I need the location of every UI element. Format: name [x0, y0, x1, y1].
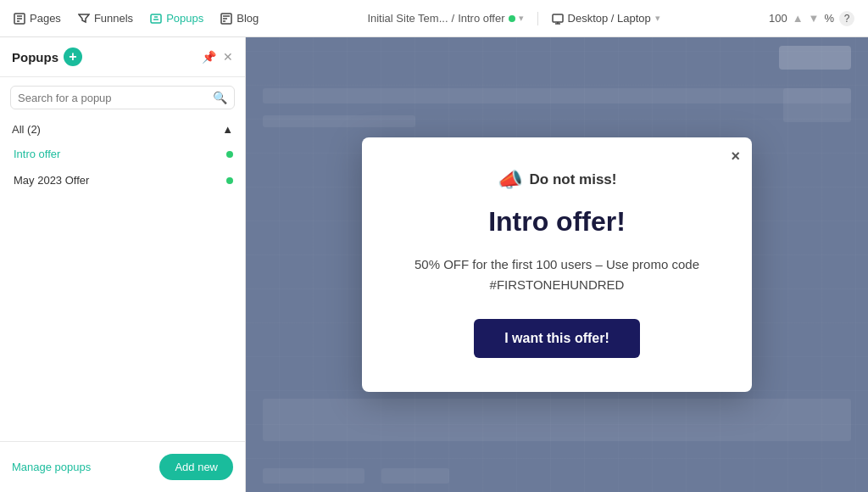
- nav-pages[interactable]: Pages: [14, 12, 61, 25]
- popup-overlay: × 📣 Do not miss! Intro offer! 50% OFF fo…: [362, 137, 752, 392]
- list-section-header[interactable]: All (2) ▲: [0, 118, 245, 141]
- sidebar-header: Popups + 📌 ✕: [0, 37, 245, 77]
- sidebar-title: Popups +: [12, 48, 82, 66]
- main-layout: Popups + 📌 ✕ 🔍 All (2) ▲ Intro offer May…: [0, 37, 868, 492]
- nav-right: 100 ▲ ▼ % ?: [769, 11, 854, 26]
- nav-blog[interactable]: Blog: [220, 12, 259, 25]
- search-icon: 🔍: [213, 91, 227, 104]
- active-dot: [226, 151, 233, 158]
- collapse-icon: ▲: [222, 123, 233, 136]
- zoom-down[interactable]: ▼: [809, 12, 820, 25]
- nav-funnels[interactable]: Funnels: [78, 12, 133, 25]
- canvas-area: × 📣 Do not miss! Intro offer! 50% OFF fo…: [246, 37, 868, 492]
- svg-rect-4: [151, 14, 161, 23]
- search-bar: 🔍: [10, 86, 235, 109]
- popup-header-text: Do not miss!: [530, 171, 617, 188]
- sidebar-actions: 📌 ✕: [202, 50, 233, 64]
- megaphone-icon: 📣: [498, 168, 523, 192]
- popup-close-button[interactable]: ×: [731, 148, 740, 165]
- popup-description: 50% OFF for the first 100 users – Use pr…: [403, 254, 711, 295]
- divider: [537, 12, 538, 25]
- viewport-chevron: ▾: [655, 13, 660, 24]
- zoom-up[interactable]: ▲: [793, 12, 804, 25]
- status-dot: [509, 15, 515, 22]
- search-input[interactable]: [18, 92, 208, 104]
- nav-center: Initial Site Tem... / Intro offer ▾ Desk…: [275, 12, 752, 25]
- breadcrumb-chevron[interactable]: ▾: [519, 13, 524, 24]
- active-dot: [226, 177, 233, 184]
- close-sidebar-icon[interactable]: ✕: [223, 50, 233, 64]
- add-popup-button[interactable]: +: [64, 48, 82, 66]
- nav-popups[interactable]: Popups: [150, 12, 203, 25]
- popup-list: All (2) ▲ Intro offer May 2023 Offer: [0, 118, 245, 441]
- pin-icon[interactable]: 📌: [202, 50, 216, 64]
- add-new-button[interactable]: Add new: [159, 454, 233, 480]
- popup-modal: × 📣 Do not miss! Intro offer! 50% OFF fo…: [362, 137, 752, 392]
- sidebar: Popups + 📌 ✕ 🔍 All (2) ▲ Intro offer May…: [0, 37, 246, 492]
- viewport-selector[interactable]: Desktop / Laptop ▾: [552, 12, 660, 25]
- popup-cta-button[interactable]: I want this offer!: [474, 319, 640, 358]
- popup-header: 📣 Do not miss!: [403, 168, 711, 192]
- top-nav: Pages Funnels Popups Blog Initial Site T…: [0, 0, 868, 37]
- breadcrumb: Initial Site Tem... / Intro offer ▾: [367, 12, 523, 25]
- popup-title: Intro offer!: [403, 205, 711, 238]
- sidebar-footer: Manage popups Add new: [0, 441, 245, 492]
- manage-popups-button[interactable]: Manage popups: [12, 461, 91, 473]
- list-item[interactable]: Intro offer: [0, 141, 245, 167]
- svg-rect-11: [553, 14, 563, 22]
- list-item[interactable]: May 2023 Offer: [0, 167, 245, 193]
